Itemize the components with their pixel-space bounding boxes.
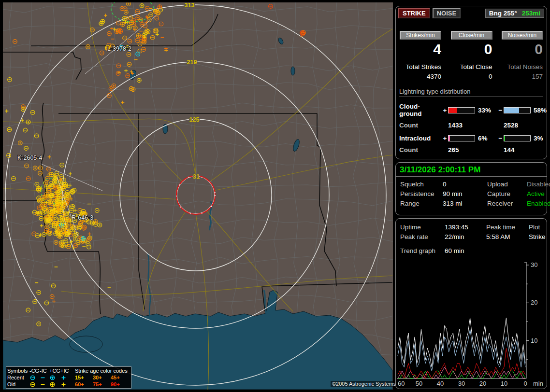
- svg-text:30: 30: [458, 380, 465, 387]
- age-30: 30+: [93, 374, 111, 381]
- pos-bar: [448, 135, 475, 141]
- range-value: 313 mi: [443, 199, 487, 209]
- close-per-min-chip: Close/min: [451, 31, 492, 40]
- uptime-label: Uptime: [400, 223, 445, 232]
- range-label: Range: [400, 199, 443, 209]
- peak-time-label: Peak time: [486, 223, 529, 232]
- svg-text:K-2605-4: K-2605-4: [17, 154, 42, 161]
- age-60: 60+: [75, 381, 93, 388]
- svg-text:30: 30: [531, 261, 537, 268]
- strike-stats-panel: STRIKE NOISE Bng 255° 253mi Strikes/min …: [395, 6, 547, 159]
- distribution-rows: Cloud-ground+33%−58%Count14332528Intracl…: [399, 103, 543, 154]
- datetime-display: 3/11/2026 2:00:11 PM: [396, 163, 547, 177]
- close-per-min-value: 0: [451, 41, 492, 57]
- persistence-label: Persistence: [400, 189, 443, 199]
- status-panel: 3/11/2026 2:00:11 PM Squelch 0 Upload Di…: [395, 162, 547, 215]
- trend-graph: 1020306050403020100min: [397, 260, 547, 389]
- neg-bar: [504, 107, 531, 113]
- trend-graph-label: Trend graph: [400, 246, 445, 256]
- map-legend: Symbols -CG -IC +CG +IC Strike age color…: [6, 366, 131, 389]
- age-45: 45+: [111, 374, 127, 381]
- plot-mode-value: Strike: [529, 232, 546, 242]
- trend-series-Total: [398, 318, 525, 367]
- legend-old-label: Old: [7, 381, 29, 388]
- receiver-label: Receiver: [487, 199, 527, 209]
- noises-per-min-column: Noises/min 0 Total Noises 157: [502, 31, 543, 80]
- strike-button[interactable]: STRIKE: [398, 8, 430, 18]
- receiver-status: Enabled: [527, 199, 550, 209]
- noise-button[interactable]: NOISE: [433, 8, 461, 18]
- distribution-title: Lightning type distribution: [399, 88, 543, 97]
- map-canvas[interactable]: 31321912531L-3978-2K-2605-4R-646-3: [3, 2, 393, 390]
- circle-plus-icon: [49, 381, 60, 388]
- upload-label: Upload: [487, 180, 527, 189]
- trend-graph-span: 60 min: [445, 246, 486, 256]
- bearing-label: Bng 255°: [489, 9, 517, 17]
- minus-icon: [40, 381, 49, 388]
- legend-col-ncg: -CG: [29, 367, 40, 374]
- circle-minus-icon: [29, 381, 40, 388]
- strikes-per-min-column: Strikes/min 4 Total Strikes 4370: [400, 31, 441, 80]
- bearing-readout: Bng 255° 253mi: [485, 9, 544, 18]
- distribution-row: Intracloud+6%−3%: [399, 135, 543, 142]
- noises-per-min-chip: Noises/min: [502, 31, 543, 40]
- total-noises-label: Total Noises: [502, 63, 543, 70]
- distribution-count-row: Count14332528: [399, 122, 543, 129]
- plus-icon: [60, 375, 70, 381]
- trend-axis-labels: 1020306050403020100min: [398, 261, 543, 387]
- plus-icon: [60, 381, 70, 388]
- neg-count: 2528: [504, 122, 532, 129]
- capture-label: Capture: [487, 189, 527, 199]
- squelch-value: 0: [443, 180, 487, 189]
- svg-text:31: 31: [193, 173, 200, 180]
- trend-panel: Uptime 1393:45 Peak time Plot Peak rate …: [395, 218, 547, 389]
- peak-time-value: 5:58 AM: [486, 232, 529, 242]
- legend-col-pcg: +CG: [49, 367, 60, 374]
- pos-bar: [448, 107, 475, 113]
- app-window: 31321912531L-3978-2K-2605-4R-646-3 Symbo…: [0, 0, 550, 392]
- circle-plus-icon: [49, 375, 60, 381]
- total-noises-value: 157: [502, 73, 543, 80]
- svg-text:50: 50: [416, 380, 422, 387]
- plot-label: Plot: [529, 223, 542, 232]
- svg-text:R-646-3: R-646-3: [72, 214, 93, 221]
- distribution-count-row: Count265144: [399, 146, 543, 154]
- persistence-value: 90 min: [443, 189, 487, 199]
- age-15: 15+: [75, 374, 93, 381]
- squelch-label: Squelch: [400, 180, 443, 189]
- legend-age-header: Strike age color codes: [75, 367, 127, 374]
- lightning-map[interactable]: 31321912531L-3978-2K-2605-4R-646-3 Symbo…: [3, 2, 393, 390]
- pos-count: 1433: [448, 122, 476, 129]
- svg-text:10: 10: [531, 337, 537, 344]
- age-90: 90+: [111, 381, 127, 388]
- svg-text:10: 10: [501, 380, 507, 387]
- svg-text:60: 60: [398, 380, 405, 387]
- copyright-text: ©2005 Astrogenic Systems: [331, 381, 397, 387]
- age-75: 75+: [93, 381, 111, 388]
- minus-icon: [40, 375, 49, 381]
- trend-series-+IC: [398, 367, 525, 378]
- strikes-per-min-value: 4: [400, 41, 441, 57]
- svg-text:0: 0: [523, 380, 527, 387]
- peak-rate-value: 22/min: [445, 232, 486, 242]
- svg-text:min: min: [533, 380, 543, 387]
- svg-text:20: 20: [479, 380, 486, 387]
- capture-status: Active: [527, 189, 545, 199]
- close-per-min-column: Close/min 0 Total Close 0: [451, 31, 492, 80]
- strikes-per-min-chip: Strikes/min: [400, 31, 441, 40]
- upload-status: Disabled: [527, 180, 550, 189]
- bearing-distance: 253mi: [522, 9, 540, 17]
- svg-text:20: 20: [531, 299, 537, 306]
- legend-col-nic: -IC: [40, 367, 49, 374]
- peak-rate-label: Peak rate: [400, 232, 445, 242]
- svg-text:313: 313: [185, 2, 195, 9]
- neg-bar: [504, 135, 531, 141]
- total-strikes-label: Total Strikes: [400, 63, 441, 70]
- pos-count: 265: [448, 146, 476, 154]
- circle-minus-icon: [29, 375, 40, 381]
- total-close-label: Total Close: [451, 63, 492, 70]
- svg-text:125: 125: [189, 116, 200, 123]
- neg-count: 144: [504, 146, 532, 154]
- legend-col-pic: +IC: [60, 367, 70, 374]
- legend-symbols-header: Symbols: [7, 367, 29, 374]
